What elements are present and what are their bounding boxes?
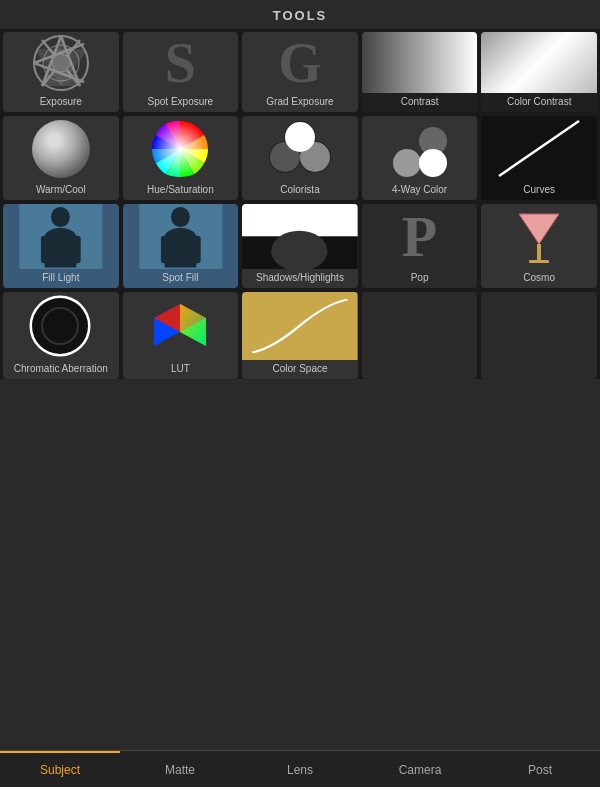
grad-exposure-label: Grad Exposure — [242, 93, 358, 112]
fill-light-person-icon — [3, 204, 119, 269]
g-letter-icon: G — [278, 35, 322, 91]
color-space-icon — [242, 292, 358, 360]
spot-fill-label: Spot Fill — [123, 269, 239, 288]
chromatic-aberration-label: Chromatic Aberration — [3, 360, 119, 379]
color-contrast-label: Color Contrast — [481, 93, 597, 112]
svg-rect-37 — [537, 244, 541, 260]
tool-4way-color[interactable]: 4-Way Color — [362, 116, 478, 200]
contrast-gradient-icon — [362, 32, 478, 93]
tools-container: Exposure S Spot Exposure G Grad Exposure… — [0, 29, 600, 379]
page-title: TOOLS — [0, 0, 600, 29]
warm-cool-label: Warm/Cool — [3, 181, 119, 200]
tools-row-2: Warm/Cool — [3, 116, 597, 200]
svg-point-23 — [419, 149, 447, 177]
tab-lens[interactable]: Lens — [240, 751, 360, 787]
bottom-tabs: Subject Matte Lens Camera Post — [0, 750, 600, 787]
color-contrast-gradient-icon — [481, 32, 597, 93]
four-circles-icon — [385, 119, 455, 179]
tool-chromatic-aberration[interactable]: Chromatic Aberration — [3, 292, 119, 379]
svg-point-26 — [51, 207, 70, 227]
tool-colorista[interactable]: Colorista — [242, 116, 358, 200]
s-letter-icon: S — [165, 35, 196, 91]
tool-spot-fill[interactable]: Spot Fill — [123, 204, 239, 288]
aperture-icon — [32, 34, 90, 92]
svg-line-24 — [499, 121, 579, 176]
svg-point-19 — [285, 122, 315, 152]
tools-row-1: Exposure S Spot Exposure G Grad Exposure… — [3, 32, 597, 112]
tab-matte[interactable]: Matte — [120, 751, 240, 787]
svg-rect-31 — [161, 236, 170, 263]
tab-camera[interactable]: Camera — [360, 751, 480, 787]
3d-cube-icon — [146, 292, 214, 360]
curves-label: Curves — [481, 181, 597, 200]
tool-cosmo[interactable]: Cosmo — [481, 204, 597, 288]
p-letter-icon: P — [402, 208, 437, 266]
martini-icon — [509, 204, 569, 269]
tool-empty-2 — [481, 292, 597, 379]
tool-color-space[interactable]: Color Space — [242, 292, 358, 379]
shadows-highlights-label: Shadows/Highlights — [242, 269, 358, 288]
fill-light-label: Fill Light — [3, 269, 119, 288]
warm-cool-sphere-icon — [32, 120, 90, 178]
svg-rect-28 — [72, 236, 81, 263]
tools-row-4: Chromatic Aberration — [3, 292, 597, 379]
tool-fill-light[interactable]: Fill Light — [3, 204, 119, 288]
tool-color-contrast[interactable]: Color Contrast — [481, 32, 597, 112]
tool-curves[interactable]: Curves — [481, 116, 597, 200]
lut-label: LUT — [123, 360, 239, 379]
svg-point-30 — [171, 207, 190, 227]
colorista-label: Colorista — [242, 181, 358, 200]
tool-grad-exposure[interactable]: G Grad Exposure — [242, 32, 358, 112]
contrast-label: Contrast — [362, 93, 478, 112]
svg-point-40 — [32, 298, 88, 354]
curves-icon — [494, 116, 584, 181]
hue-saturation-label: Hue/Saturation — [123, 181, 239, 200]
svg-rect-27 — [41, 236, 50, 263]
svg-marker-45 — [180, 304, 206, 346]
tool-empty-1 — [362, 292, 478, 379]
svg-point-13 — [152, 121, 208, 177]
color-wheel-icon — [150, 119, 210, 179]
pop-label: Pop — [362, 269, 478, 288]
tools-row-3: Fill Light Spot Fill — [3, 204, 597, 288]
tool-lut[interactable]: LUT — [123, 292, 239, 379]
tool-spot-exposure[interactable]: S Spot Exposure — [123, 32, 239, 112]
exposure-label: Exposure — [3, 93, 119, 112]
tool-contrast[interactable]: Contrast — [362, 32, 478, 112]
tool-pop[interactable]: P Pop — [362, 204, 478, 288]
tool-shadows-highlights[interactable]: Shadows/Highlights — [242, 204, 358, 288]
cosmo-label: Cosmo — [481, 269, 597, 288]
svg-rect-32 — [192, 236, 201, 263]
svg-marker-36 — [519, 214, 559, 244]
4way-color-label: 4-Way Color — [362, 181, 478, 200]
ring-icon — [28, 294, 93, 359]
tool-warm-cool[interactable]: Warm/Cool — [3, 116, 119, 200]
tab-subject[interactable]: Subject — [0, 751, 120, 787]
tab-post[interactable]: Post — [480, 751, 600, 787]
svg-rect-38 — [529, 260, 549, 263]
tool-exposure[interactable]: Exposure — [3, 32, 119, 112]
svg-point-22 — [393, 149, 421, 177]
color-space-label: Color Space — [242, 360, 358, 379]
spot-fill-person-icon — [123, 204, 239, 269]
tool-hue-saturation[interactable]: Hue/Saturation — [123, 116, 239, 200]
shadows-highlights-icon — [242, 204, 358, 269]
spot-exposure-label: Spot Exposure — [123, 93, 239, 112]
three-circles-icon — [265, 119, 335, 179]
